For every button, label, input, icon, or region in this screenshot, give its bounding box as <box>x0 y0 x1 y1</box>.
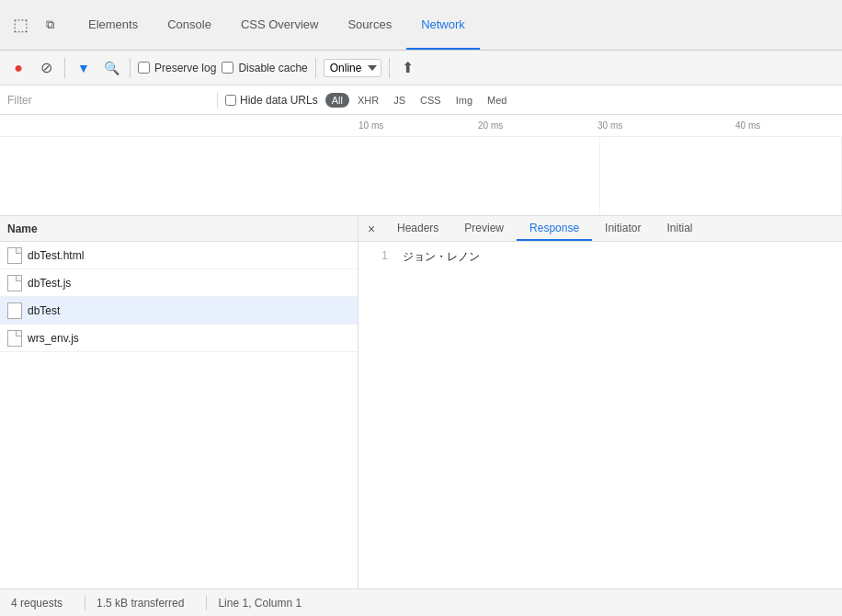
type-btn-med[interactable]: Med <box>481 93 513 108</box>
file-name-dbtest-js: dbTest.js <box>28 277 71 290</box>
timeline-area: 10 ms 20 ms 30 ms 40 ms <box>0 115 842 216</box>
file-row-wrs-env-js[interactable]: wrs_env.js <box>0 325 358 352</box>
toolbar-separator-4 <box>389 58 390 78</box>
line-number: 1 <box>370 249 388 265</box>
file-row-dbtest-js[interactable]: dbTest.js <box>0 269 358 297</box>
close-panel-button[interactable]: × <box>362 220 381 238</box>
file-row-dbtest-html[interactable]: dbTest.html <box>0 242 358 269</box>
filter-bar: Hide data URLs All XHR JS CSS Img Med <box>0 86 842 115</box>
hide-data-urls-text: Hide data URLs <box>240 94 318 107</box>
type-filter-buttons: All XHR JS CSS Img Med <box>325 93 514 108</box>
transferred-size: 1.5 kB transferred <box>97 597 195 610</box>
requests-count: 4 requests <box>11 597 74 610</box>
tab-network[interactable]: Network <box>406 0 480 50</box>
type-btn-all[interactable]: All <box>325 93 349 108</box>
status-bar: 4 requests 1.5 kB transferred Line 1, Co… <box>0 588 842 616</box>
tab-initial[interactable]: Initial <box>654 216 705 241</box>
tab-css-overview[interactable]: CSS Overview <box>226 0 334 50</box>
ruler-mark-1: 20 ms <box>478 120 503 131</box>
ruler-mark-0: 10 ms <box>358 120 383 131</box>
import-har-button[interactable]: ⬆ <box>397 57 419 79</box>
preserve-log-text: Preserve log <box>154 62 216 74</box>
tab-console[interactable]: Console <box>153 0 226 50</box>
tab-bar: ⬚ ⧉ Elements Console CSS Overview Source… <box>0 0 842 51</box>
file-list: Name dbTest.html dbTest.js dbTest wrs_en… <box>0 216 358 588</box>
type-btn-xhr[interactable]: XHR <box>351 93 385 108</box>
filter-separator <box>217 92 218 108</box>
tab-sources[interactable]: Sources <box>333 0 406 50</box>
network-toolbar: ● ⊘ ▼ 🔍 Preserve log Disable cache Onlin… <box>0 51 842 86</box>
devtools-icons: ⬚ ⧉ <box>7 12 63 38</box>
line-content: ジョン・レノン <box>403 249 480 265</box>
type-btn-js[interactable]: JS <box>387 93 412 108</box>
filter-input[interactable] <box>7 94 210 107</box>
disable-cache-label[interactable]: Disable cache <box>222 62 307 74</box>
preserve-log-label[interactable]: Preserve log <box>138 62 216 74</box>
timeline-ruler: 10 ms 20 ms 30 ms 40 ms <box>0 115 842 137</box>
response-line-1: 1 ジョン・レノン <box>370 249 831 265</box>
inspect-icon[interactable]: ⬚ <box>7 12 33 38</box>
response-content: 1 ジョン・レノン <box>358 242 842 588</box>
toolbar-separator-3 <box>315 58 316 78</box>
ruler-mark-3: 40 ms <box>735 120 760 131</box>
status-sep-1 <box>85 596 85 610</box>
cursor-position: Line 1, Column 1 <box>218 597 313 610</box>
file-icon-wrs <box>7 330 22 347</box>
device-toolbar-icon[interactable]: ⧉ <box>37 12 63 38</box>
clear-button[interactable]: ⊘ <box>35 57 57 79</box>
preserve-log-checkbox[interactable] <box>138 62 150 74</box>
record-button[interactable]: ● <box>7 57 29 79</box>
name-column-header: Name <box>7 222 38 235</box>
tab-initiator[interactable]: Initiator <box>592 216 654 241</box>
tab-response[interactable]: Response <box>517 216 592 241</box>
file-name-wrs-env-js: wrs_env.js <box>28 332 79 345</box>
disable-cache-checkbox[interactable] <box>222 62 233 74</box>
file-row-dbtest[interactable]: dbTest <box>0 297 358 325</box>
hide-data-urls-label[interactable]: Hide data URLs <box>225 94 318 107</box>
type-btn-img[interactable]: Img <box>449 93 479 108</box>
file-list-header: Name <box>0 216 358 242</box>
timeline-graph <box>358 137 842 215</box>
file-icon-js <box>7 275 22 291</box>
network-throttle-select[interactable]: Online <box>324 59 381 77</box>
hide-data-urls-checkbox[interactable] <box>225 95 236 106</box>
detail-tabs: × Headers Preview Response Initiator Ini… <box>358 216 842 242</box>
filter-icon-button[interactable]: ▼ <box>73 57 95 79</box>
main-content: Name dbTest.html dbTest.js dbTest wrs_en… <box>0 216 842 588</box>
search-button[interactable]: 🔍 <box>100 57 122 79</box>
file-icon-html <box>7 247 22 264</box>
toolbar-separator-1 <box>64 58 65 78</box>
status-sep-2 <box>206 596 207 610</box>
detail-panel: × Headers Preview Response Initiator Ini… <box>358 216 842 588</box>
toolbar-separator-2 <box>130 58 131 78</box>
tab-preview[interactable]: Preview <box>451 216 517 241</box>
tab-elements[interactable]: Elements <box>74 0 153 50</box>
file-icon-plain <box>7 302 22 319</box>
disable-cache-text: Disable cache <box>238 62 307 74</box>
ruler-mark-2: 30 ms <box>597 120 622 131</box>
type-btn-css[interactable]: CSS <box>414 93 448 108</box>
file-name-dbtest: dbTest <box>28 304 60 317</box>
file-name-dbtest-html: dbTest.html <box>28 249 84 262</box>
main-tabs: Elements Console CSS Overview Sources Ne… <box>74 0 480 50</box>
tab-headers[interactable]: Headers <box>384 216 451 241</box>
